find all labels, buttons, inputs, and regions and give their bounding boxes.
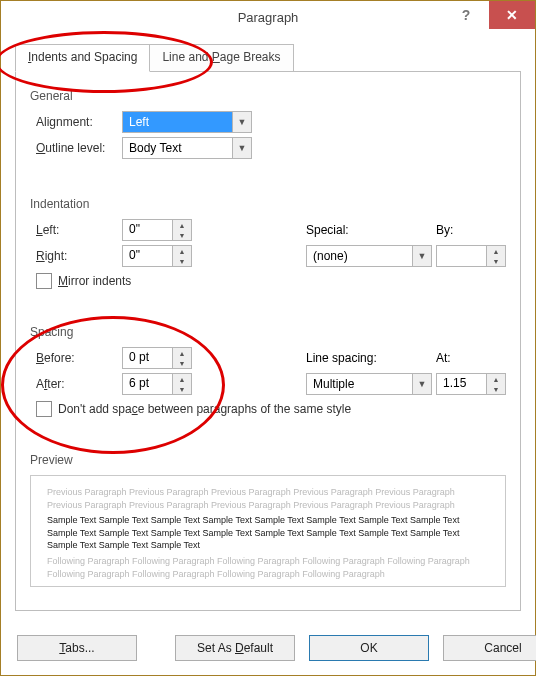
line-spacing-combo[interactable]: Multiple ▼: [306, 373, 432, 395]
spinner-icon: ▲▼: [172, 246, 191, 266]
indent-left-value: 0": [123, 220, 172, 240]
tab-indents-spacing[interactable]: Indents and Spacing: [15, 44, 150, 72]
tabstrip: Indents and Spacing Line and Page Breaks: [15, 44, 521, 72]
tabs-button[interactable]: Tabs...: [17, 635, 137, 661]
spacing-before-label: Before:: [30, 351, 122, 365]
spinner-icon: ▲▼: [486, 246, 505, 266]
spacing-after-value: 6 pt: [123, 374, 172, 394]
at-spin[interactable]: 1.15 ▲▼: [436, 373, 506, 395]
line-spacing-label: Line spacing:: [306, 351, 436, 365]
by-spin[interactable]: ▲▼: [436, 245, 506, 267]
group-general: General: [30, 89, 506, 103]
preview-next-text: Following Paragraph Following Paragraph …: [47, 555, 489, 580]
indent-right-spin[interactable]: 0" ▲▼: [122, 245, 192, 267]
dialog-body: Indents and Spacing Line and Page Breaks…: [1, 34, 535, 623]
group-spacing: Spacing: [30, 325, 506, 339]
spacing-before-value: 0 pt: [123, 348, 172, 368]
spacing-before-spin[interactable]: 0 pt ▲▼: [122, 347, 192, 369]
special-combo[interactable]: (none) ▼: [306, 245, 432, 267]
outline-value: Body Text: [123, 138, 232, 158]
by-value: [437, 246, 486, 266]
mirror-indents-checkbox[interactable]: [36, 273, 52, 289]
chevron-down-icon: ▼: [412, 374, 431, 394]
no-space-same-style-label: Don't add space between paragraphs of th…: [58, 402, 351, 416]
help-icon: ?: [462, 7, 471, 23]
cancel-button[interactable]: Cancel: [443, 635, 536, 661]
spinner-icon: ▲▼: [486, 374, 505, 394]
spinner-icon: ▲▼: [172, 220, 191, 240]
outline-label: Outline level:: [30, 141, 122, 155]
chevron-down-icon: ▼: [232, 112, 251, 132]
close-icon: ✕: [506, 7, 518, 23]
paragraph-dialog: Paragraph ? ✕ Indents and Spacing Line a…: [0, 0, 536, 676]
chevron-down-icon: ▼: [412, 246, 431, 266]
alignment-combo[interactable]: Left ▼: [122, 111, 252, 133]
at-value: 1.15: [437, 374, 486, 394]
special-label: Special:: [306, 223, 436, 237]
preview-sample-text: Sample Text Sample Text Sample Text Samp…: [47, 514, 489, 552]
alignment-value: Left: [123, 112, 232, 132]
indent-left-spin[interactable]: 0" ▲▼: [122, 219, 192, 241]
set-as-default-button[interactable]: Set As Default: [175, 635, 295, 661]
indent-left-label: Left:: [30, 223, 122, 237]
outline-combo[interactable]: Body Text ▼: [122, 137, 252, 159]
help-button[interactable]: ?: [443, 1, 489, 29]
spinner-icon: ▲▼: [172, 348, 191, 368]
chevron-down-icon: ▼: [232, 138, 251, 158]
mirror-indents-label: Mirror indents: [58, 274, 131, 288]
titlebar: Paragraph ? ✕: [1, 1, 535, 34]
line-spacing-value: Multiple: [307, 374, 412, 394]
spacing-after-label: After:: [30, 377, 122, 391]
window-buttons: ? ✕: [443, 1, 535, 29]
spacing-after-spin[interactable]: 6 pt ▲▼: [122, 373, 192, 395]
indent-right-value: 0": [123, 246, 172, 266]
at-label: At:: [436, 351, 506, 365]
group-preview: Preview: [30, 453, 506, 467]
tab-panel: General Alignment: Left ▼ Outline level:…: [15, 71, 521, 611]
special-value: (none): [307, 246, 412, 266]
no-space-same-style-checkbox[interactable]: [36, 401, 52, 417]
by-label: By:: [436, 223, 506, 237]
group-indentation: Indentation: [30, 197, 506, 211]
ok-button[interactable]: OK: [309, 635, 429, 661]
close-button[interactable]: ✕: [489, 1, 535, 29]
alignment-label: Alignment:: [30, 115, 122, 129]
preview-prev-text: Previous Paragraph Previous Paragraph Pr…: [47, 486, 489, 511]
dialog-footer: Tabs... Set As Default OK Cancel: [1, 623, 535, 675]
spinner-icon: ▲▼: [172, 374, 191, 394]
tab-line-page-breaks[interactable]: Line and Page Breaks: [149, 44, 293, 72]
preview-box: Previous Paragraph Previous Paragraph Pr…: [30, 475, 506, 587]
indent-right-label: Right:: [30, 249, 122, 263]
